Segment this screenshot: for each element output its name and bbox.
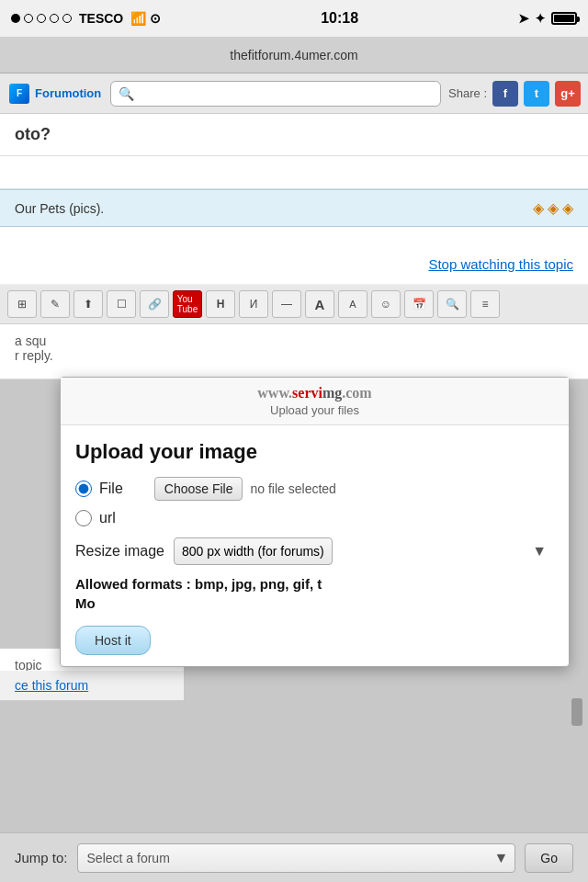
toolbar-btn-edit[interactable]: ✎ [40, 290, 70, 318]
toolbar-btn-search2[interactable]: 🔍 [437, 290, 467, 318]
toolbar-btn-calendar[interactable]: 📅 [404, 290, 434, 318]
choose-file-button[interactable]: Choose File [154, 477, 243, 501]
popup-body: Upload your image File Choose File no fi… [61, 425, 569, 666]
resize-select-wrapper: 800 px width (for forums) 640 px width 4… [174, 537, 554, 565]
toolbar-btn-font-a2[interactable]: A [338, 290, 368, 318]
bottom-links-section: ce this forum [0, 671, 184, 701]
arrow-right-icon[interactable]: ◈ [562, 199, 573, 217]
allowed-formats-text: Allowed formats : bmp, jpg, png, gif, t [75, 576, 322, 592]
toolbar-btn-format[interactable]: ≡ [470, 290, 500, 318]
navigate-icon: ➤ [518, 11, 529, 26]
file-input-row: Choose File no file selected [154, 477, 336, 501]
go-button[interactable]: Go [525, 843, 573, 873]
popup-title: Upload your image [75, 440, 554, 464]
twitter-icon[interactable]: t [524, 81, 549, 107]
fm-share-section: Share : f t g+ [441, 81, 588, 107]
carrier-label: TESCO [79, 11, 123, 26]
forumotion-logo[interactable]: F Forumotion [0, 84, 110, 104]
section-arrows: ◈ ◈ ◈ [533, 199, 573, 217]
allowed-formats: Allowed formats : bmp, jpg, png, gif, t … [75, 574, 554, 613]
popup-site-url: www.servimg.com [72, 385, 558, 401]
allowed-formats-line2: Mo [75, 595, 96, 611]
jump-forum-select[interactable]: Select a forum [77, 843, 516, 873]
fm-icon: F [9, 84, 29, 104]
url-radio-row: url [75, 510, 554, 526]
editor-line-2: r reply. [15, 348, 573, 363]
file-radio-row: File Choose File no file selected [75, 477, 554, 501]
url-text: thefitforum.4umer.com [230, 48, 357, 62]
signal-dot-5 [62, 14, 72, 23]
toolbar-btn-image[interactable]: ☐ [107, 290, 136, 318]
no-file-text: no file selected [250, 481, 335, 496]
url-radio-label: url [99, 510, 116, 526]
search-icon: 🔍 [119, 86, 134, 101]
fm-brand-name: Forumotion [35, 86, 101, 100]
editor-area[interactable]: a squ r reply. [0, 324, 588, 379]
file-radio-label: File [99, 481, 123, 497]
wifi-icon: 📶 [130, 11, 146, 26]
signal-dot-1 [11, 14, 20, 23]
toolbar-btn-h[interactable]: H [206, 290, 235, 318]
host-it-button[interactable]: Host it [75, 626, 151, 655]
popup-subtitle: Upload your files [72, 403, 558, 417]
topic-header: oto? [0, 114, 588, 156]
toolbar-btn-upload[interactable]: ⬆ [74, 290, 103, 318]
fm-icon-letter: F [17, 88, 22, 98]
forumotion-bar: F Forumotion 🔍 Share : f t g+ [0, 74, 588, 114]
header-spacer [0, 156, 588, 189]
jump-select-wrapper: Select a forum ▼ [77, 843, 516, 873]
section-band-title: Our Pets (pics). [15, 201, 104, 216]
section-band: Our Pets (pics). ◈ ◈ ◈ [0, 189, 588, 227]
signal-dot-2 [24, 14, 33, 23]
status-left: TESCO 📶 ⊙ [11, 11, 161, 26]
resize-row: Resize image 800 px width (for forums) 6… [75, 537, 554, 565]
status-time: 10:18 [321, 10, 358, 27]
share-label: Share : [448, 86, 487, 100]
jump-bar: Jump to: Select a forum ▼ Go [0, 832, 588, 882]
toolbar-btn-grid[interactable]: ⊞ [7, 290, 37, 318]
toolbar-btn-link[interactable]: 🔗 [140, 290, 169, 318]
googleplus-icon[interactable]: g+ [555, 81, 581, 107]
file-radio[interactable] [75, 481, 92, 497]
arrow-left-icon[interactable]: ◈ [533, 199, 544, 217]
facebook-icon[interactable]: f [492, 81, 518, 107]
stop-watching-link[interactable]: Stop watching this topic [428, 256, 573, 272]
toolbar-btn-cyrillic[interactable]: И [239, 290, 268, 318]
signal-dot-4 [50, 14, 59, 23]
band-spacer [0, 227, 588, 245]
resize-select[interactable]: 800 px width (for forums) 640 px width 4… [174, 537, 333, 565]
fm-search-bar[interactable]: 🔍 [110, 81, 441, 107]
popup-header: www.servimg.com Upload your files [61, 378, 569, 425]
editor-toolbar: ⊞ ✎ ⬆ ☐ 🔗 YouTube H И — A A ☺ 📅 🔍 ≡ [0, 285, 588, 324]
status-right: ➤ ✦ [518, 11, 577, 26]
loading-icon: ⊙ [150, 11, 161, 26]
topic-header-text: oto? [15, 125, 51, 143]
jump-label: Jump to: [15, 850, 68, 865]
url-radio[interactable] [75, 510, 92, 526]
scrollbar-thumb[interactable] [571, 698, 582, 726]
arrow-up-icon[interactable]: ◈ [548, 199, 559, 217]
signal-dot-3 [37, 14, 46, 23]
battery-icon [551, 12, 577, 25]
url-bar[interactable]: thefitforum.4umer.com [0, 37, 588, 74]
watch-topic-section: Stop watching this topic [0, 245, 588, 285]
toolbar-btn-youtube[interactable]: YouTube [173, 290, 202, 318]
servimg-popup: www.servimg.com Upload your files Upload… [60, 377, 570, 667]
toolbar-btn-emoji[interactable]: ☺ [371, 290, 401, 318]
forum-link[interactable]: ce this forum [15, 678, 88, 693]
toolbar-btn-hr[interactable]: — [272, 290, 301, 318]
resize-select-arrow-icon: ▼ [532, 543, 547, 560]
resize-label: Resize image [75, 543, 164, 560]
toolbar-btn-font-a[interactable]: A [305, 290, 334, 318]
bluetooth-icon: ✦ [535, 11, 546, 26]
editor-line-1: a squ [15, 334, 573, 348]
status-bar: TESCO 📶 ⊙ 10:18 ➤ ✦ [0, 0, 588, 37]
